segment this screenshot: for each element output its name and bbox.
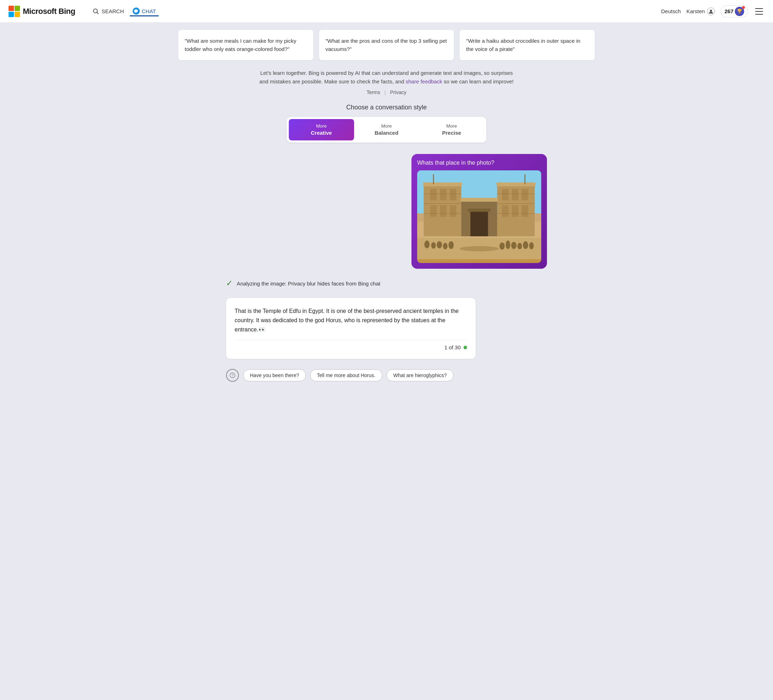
temple-image [417, 170, 541, 263]
followup-btn-1[interactable]: Tell me more about Horus. [310, 369, 382, 381]
svg-rect-27 [470, 210, 488, 236]
share-feedback-link[interactable]: share feedback [406, 79, 442, 84]
privacy-link[interactable]: Privacy [390, 89, 406, 95]
creative-line1: More [316, 123, 327, 129]
followup-btn-2[interactable]: What are hieroglyphics? [386, 369, 454, 381]
svg-rect-22 [521, 189, 528, 200]
balanced-line2: Balanced [375, 129, 399, 136]
svg-point-37 [443, 243, 447, 250]
svg-rect-24 [512, 205, 518, 217]
main-nav: SEARCH CHAT [84, 6, 159, 16]
svg-rect-14 [440, 205, 446, 217]
style-creative-button[interactable]: More Creative [289, 119, 354, 140]
response-card: That is the Temple of Edfu in Egypt. It … [226, 298, 475, 359]
image-card: Whats that place in the photo? [411, 154, 547, 269]
chat-area: Whats that place in the photo? [226, 154, 547, 382]
style-balanced-button[interactable]: More Balanced [354, 119, 419, 140]
user-icon [707, 8, 715, 15]
style-precise-button[interactable]: More Precise [419, 119, 484, 140]
suggestion-card-0[interactable]: "What are some meals I can make for my p… [178, 30, 313, 60]
analyzing-text: Analyzing the image: Privacy blur hides … [237, 281, 380, 287]
svg-point-41 [511, 242, 516, 249]
svg-line-1 [97, 12, 99, 14]
header: Microsoft Bing SEARCH CHAT Deutsch Karst… [0, 0, 773, 23]
image-card-title: Whats that place in the photo? [417, 160, 541, 166]
nav-chat-label: CHAT [142, 8, 156, 14]
suggestion-card-1[interactable]: "What are the pros and cons of the top 3… [319, 30, 454, 60]
followup-icon[interactable]: ? [226, 369, 239, 382]
svg-rect-13 [430, 205, 437, 217]
search-icon [92, 8, 99, 15]
header-right: Deutsch Karsten 267 🏆 [661, 5, 765, 18]
followup-btn-0[interactable]: Have you been there? [243, 369, 306, 381]
svg-point-43 [523, 241, 528, 249]
info-text: Let's learn together. Bing is powered by… [258, 69, 515, 86]
svg-point-2 [710, 10, 712, 12]
suggestion-card-2[interactable]: "Write a haiku about crocodiles in outer… [460, 30, 595, 60]
reward-badge[interactable]: 267 🏆 [720, 5, 748, 18]
svg-rect-20 [502, 189, 508, 200]
balanced-line1: More [381, 123, 392, 129]
trophy-icon: 🏆 [735, 7, 744, 16]
svg-rect-31 [461, 198, 498, 202]
logo-text: Microsoft Bing [23, 7, 75, 16]
response-text: That is the Temple of Edfu in Egypt. It … [235, 307, 467, 334]
svg-point-36 [437, 241, 442, 248]
chat-icon [133, 8, 140, 15]
svg-point-38 [449, 241, 454, 249]
user-menu[interactable]: Karsten [686, 8, 715, 15]
svg-rect-30 [497, 182, 536, 186]
svg-point-39 [500, 243, 505, 250]
response-counter: 1 of 30 [444, 344, 461, 350]
svg-rect-15 [450, 205, 456, 217]
svg-rect-21 [512, 189, 518, 200]
svg-rect-23 [502, 205, 508, 217]
terms-separator: | [384, 89, 386, 95]
followup-area: ? Have you been there? Tell me more abou… [226, 369, 547, 382]
check-icon: ✓ [226, 279, 232, 288]
svg-rect-29 [423, 182, 462, 186]
svg-point-34 [424, 241, 430, 248]
bing-squares-icon [8, 6, 20, 17]
svg-rect-28 [468, 209, 491, 212]
svg-rect-25 [521, 205, 528, 217]
reward-count: 267 [725, 8, 734, 14]
conversation-style-section: Choose a conversation style More Creativ… [265, 104, 508, 143]
language-selector[interactable]: Deutsch [661, 8, 681, 14]
precise-line1: More [446, 123, 457, 129]
user-name: Karsten [686, 8, 705, 14]
menu-button[interactable] [754, 7, 765, 16]
svg-rect-12 [450, 189, 456, 200]
svg-point-40 [506, 241, 510, 249]
svg-rect-11 [440, 189, 446, 200]
terms-row: Terms | Privacy [258, 89, 515, 95]
terms-link[interactable]: Terms [367, 89, 380, 95]
svg-point-35 [431, 242, 436, 249]
svg-text:?: ? [231, 373, 234, 378]
suggestion-cards: "What are some meals I can make for my p… [178, 30, 595, 60]
analyzing-row: ✓ Analyzing the image: Privacy blur hide… [226, 276, 547, 291]
hamburger-icon [755, 8, 763, 15]
info-section: Let's learn together. Bing is powered by… [258, 69, 515, 95]
conversation-style-buttons: More Creative More Balanced More Precise [287, 117, 486, 143]
creative-line2: Creative [311, 129, 332, 136]
status-dot [464, 346, 467, 349]
svg-point-42 [517, 243, 522, 250]
nav-search-label: SEARCH [102, 8, 124, 14]
nav-chat[interactable]: CHAT [130, 6, 159, 16]
main-content: "What are some meals I can make for my p… [173, 23, 600, 700]
logo[interactable]: Microsoft Bing [8, 6, 75, 17]
response-footer: 1 of 30 [235, 340, 467, 350]
conversation-style-title: Choose a conversation style [346, 104, 427, 111]
precise-line2: Precise [442, 129, 461, 136]
svg-point-44 [529, 242, 534, 250]
svg-point-45 [460, 246, 499, 251]
nav-search[interactable]: SEARCH [89, 7, 127, 16]
svg-rect-10 [430, 189, 437, 200]
